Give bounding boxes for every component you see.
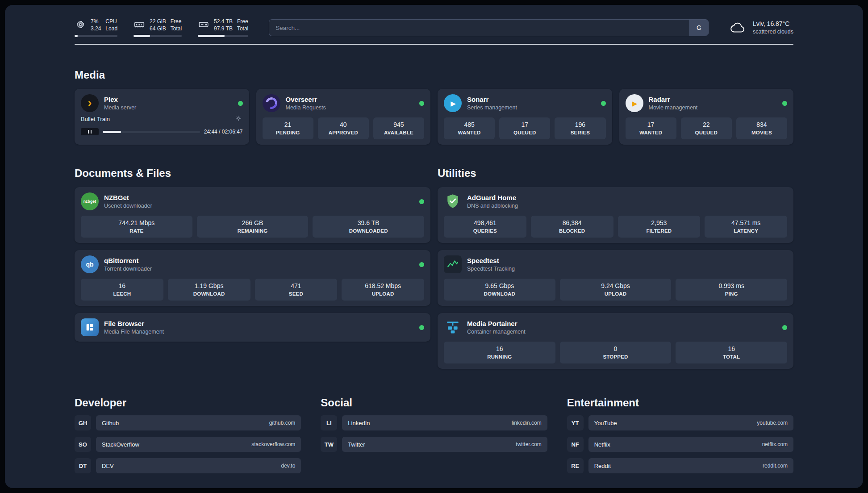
gear-icon[interactable]	[235, 115, 243, 123]
app-subtitle: DNS and adblocking	[467, 203, 518, 209]
app-card-filebrowser[interactable]: File Browser Media File Management	[75, 313, 430, 342]
ram-free: 22 GiB	[150, 18, 166, 25]
bookmark-reddit[interactable]: RE Reddit reddit.com	[567, 458, 793, 473]
ram-progress-fill	[134, 35, 150, 37]
bookmark-url: twitter.com	[516, 441, 541, 447]
media-grid: › Plex Media server Bullet Train	[75, 89, 793, 145]
bookmark-abbr: NF	[567, 437, 584, 452]
bookmark-netflix[interactable]: NF Netflix netflix.com	[567, 437, 793, 452]
bookmark-youtube[interactable]: YT YouTube youtube.com	[567, 415, 793, 430]
bookmark-url: stackoverflow.com	[251, 441, 295, 447]
topbar: 7% 3.24 CPU Load 22 GiB 64 GiB	[75, 18, 793, 37]
app-subtitle: Usenet downloader	[104, 203, 152, 209]
cpu-icon	[75, 19, 86, 30]
speedtest-icon	[444, 255, 462, 273]
bookmark-url: reddit.com	[763, 463, 788, 469]
status-dot	[238, 101, 243, 106]
pause-button[interactable]	[81, 128, 99, 135]
app-subtitle: Media File Management	[104, 329, 164, 335]
qbittorrent-icon: qb	[81, 255, 99, 273]
app-subtitle: Media server	[104, 104, 136, 111]
stat-tile: 618.52 Mbps UPLOAD	[342, 279, 424, 301]
app-card-radarr[interactable]: ▶ Radarr Movie management 17 WANTED 22 Q…	[619, 89, 794, 145]
section-title-utilities: Utilities	[438, 167, 793, 180]
section-title-developer: Developer	[75, 397, 301, 409]
app-subtitle: Torrent downloader	[104, 266, 152, 272]
section-title-media: Media	[75, 69, 793, 81]
app-name: Overseerr	[286, 96, 326, 103]
app-name: Plex	[104, 96, 136, 103]
bookmark-dev[interactable]: DT DEV dev.to	[75, 458, 301, 473]
bookmark-abbr: GH	[75, 415, 91, 430]
stat-tile: 196 SERIES	[555, 117, 605, 139]
bookmark-linkedin[interactable]: LI LinkedIn linkedin.com	[321, 415, 547, 430]
stat-tile: 21 PENDING	[263, 117, 313, 139]
app-subtitle: Movie management	[649, 104, 698, 111]
disk-icon	[198, 19, 209, 30]
app-name: AdGuard Home	[467, 194, 518, 201]
section-title-documents: Documents & Files	[75, 167, 430, 180]
search-engine-button[interactable]: G	[689, 20, 708, 36]
cpu-labels: CPU Load	[105, 18, 117, 32]
stat-tile: 485 WANTED	[444, 117, 495, 139]
stat-tile: 16 RUNNING	[444, 342, 555, 363]
stat-tile: 86,384 BLOCKED	[531, 216, 613, 238]
status-dot	[419, 199, 424, 204]
app-card-overseerr[interactable]: Overseerr Media Requests 21 PENDING 40 A…	[256, 89, 431, 145]
stat-tile: 39.6 TB DOWNLOADED	[313, 216, 424, 238]
app-card-qbittorrent[interactable]: qb qBittorrent Torrent downloader 16 LEE…	[75, 250, 430, 306]
bookmark-name: Netflix	[594, 441, 610, 448]
section-title-social: Social	[321, 397, 547, 409]
bookmark-abbr: YT	[567, 415, 584, 430]
status-dot	[419, 262, 424, 267]
disk-progress-bar	[198, 35, 248, 37]
bookmark-twitter[interactable]: TW Twitter twitter.com	[321, 437, 547, 452]
app-name: File Browser	[104, 320, 164, 327]
weather-location: Lviv, 16.87°C	[753, 20, 793, 28]
app-subtitle: Series management	[467, 104, 517, 111]
app-name: qBittorrent	[104, 257, 152, 264]
playback-progress-bar[interactable]	[103, 131, 200, 133]
section-title-entertainment: Entertainment	[567, 397, 793, 409]
cpu-values: 7% 3.24	[91, 18, 101, 32]
app-card-sonarr[interactable]: ▶ Sonarr Series management 485 WANTED 17…	[438, 89, 612, 145]
stat-tile: 16 LEECH	[81, 279, 163, 301]
stat-tile: 17 QUEUED	[499, 117, 550, 139]
adguard-icon	[444, 192, 462, 210]
status-dot	[419, 325, 424, 330]
stat-tile: 40 APPROVED	[318, 117, 369, 139]
stat-tile: 1.19 Gbps DOWNLOAD	[168, 279, 250, 301]
cpu-label-top: CPU	[105, 18, 117, 25]
bookmark-name: Reddit	[594, 463, 611, 469]
bookmark-github[interactable]: GH Github github.com	[75, 415, 301, 430]
app-subtitle: Container management	[467, 329, 526, 335]
stat-tile: 2,953 FILTERED	[618, 216, 701, 238]
stat-tile: 0 STOPPED	[560, 342, 672, 363]
bookmark-group-developer: Developer GH Github github.com SO StackO…	[75, 397, 301, 473]
stat-tile: 47.571 ms LATENCY	[705, 216, 787, 238]
bookmark-abbr: LI	[321, 415, 337, 430]
app-card-nzbget[interactable]: nzbget NZBGet Usenet downloader 744.21 M…	[75, 187, 430, 243]
app-name: Radarr	[649, 96, 698, 103]
search-input[interactable]	[269, 20, 689, 36]
bookmark-url: linkedin.com	[512, 420, 542, 426]
ram-labels: Free Total	[171, 18, 182, 32]
bookmark-name: LinkedIn	[348, 420, 370, 426]
ram-progress-bar	[134, 35, 182, 37]
bookmark-stackoverflow[interactable]: SO StackOverflow stackoverflow.com	[75, 437, 301, 452]
app-name: Media Portainer	[467, 320, 526, 327]
app-card-speedtest[interactable]: Speedtest Speedtest Tracking 9.65 Gbps D…	[438, 250, 793, 306]
app-card-portainer[interactable]: Media Portainer Container management 16 …	[438, 313, 793, 369]
stat-tile: 0.993 ms PING	[676, 279, 787, 301]
bookmark-url: dev.to	[281, 463, 296, 469]
disk-label-top: Free	[237, 18, 248, 25]
plex-icon: ›	[81, 94, 99, 112]
sonarr-icon: ▶	[444, 94, 462, 112]
overseerr-icon	[263, 94, 280, 112]
cpu-monitor: 7% 3.24 CPU Load	[75, 18, 117, 37]
bookmark-group-social: Social LI LinkedIn linkedin.com TW Twitt…	[321, 397, 547, 473]
ram-monitor: 22 GiB 64 GiB Free Total	[134, 18, 182, 37]
app-card-plex[interactable]: › Plex Media server Bullet Train	[75, 89, 249, 145]
app-card-adguard[interactable]: AdGuard Home DNS and adblocking 498,461 …	[438, 187, 793, 243]
system-monitors: 7% 3.24 CPU Load 22 GiB 64 GiB	[75, 18, 248, 37]
